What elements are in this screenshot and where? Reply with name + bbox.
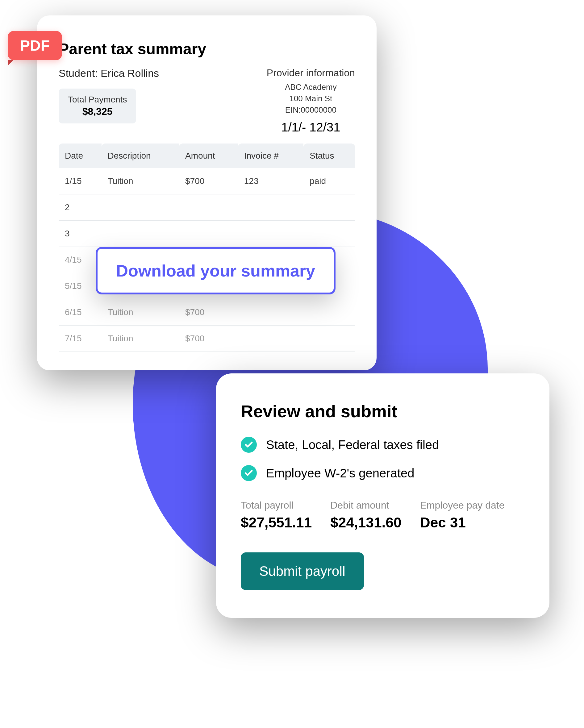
provider-name: ABC Academy [267,82,355,92]
provider-info-title: Provider information [267,67,355,79]
cell-invoice [238,194,303,220]
cell-date: 5/15 [59,273,102,300]
stat-label: Debit amount [330,500,401,511]
student-label: Student: [59,67,98,79]
stat-label: Employee pay date [420,500,504,511]
cell-invoice [238,300,303,326]
cell-amount: $700 [179,168,238,194]
stat-label: Total payroll [241,500,312,511]
review-title: Review and submit [241,401,525,421]
cell-description: Tuition [102,168,179,194]
stat-pay-date: Employee pay date Dec 31 [420,500,504,531]
cell-description: Tuition [102,326,179,352]
student-name: Erica Rollins [101,67,159,79]
checkmark-icon [241,465,257,481]
col-amount: Amount [179,144,238,168]
table-row: 7/15 Tuition $700 [59,326,355,352]
total-payments-value: $8,325 [68,106,127,117]
payroll-stats: Total payroll $27,551.11 Debit amount $2… [241,500,525,531]
student-line: Student: Erica Rollins [59,67,267,79]
cell-description [102,194,179,220]
cell-status [303,194,355,220]
check-text-taxes: State, Local, Federal taxes filed [266,438,439,452]
col-status: Status [303,144,355,168]
review-submit-card: Review and submit State, Local, Federal … [216,373,550,618]
table-row: 2 [59,194,355,220]
cell-status [303,220,355,247]
stat-value: Dec 31 [420,514,504,531]
check-item-w2: Employee W-2's generated [241,465,525,481]
date-range: 1/1/- 12/31 [267,120,355,134]
cell-invoice [238,326,303,352]
download-summary-button[interactable]: Download your summary [96,247,335,294]
cell-date: 6/15 [59,300,102,326]
cell-status: paid [303,168,355,194]
stat-debit-amount: Debit amount $24,131.60 [330,500,401,531]
pdf-badge: PDF [8,31,62,60]
stat-value: $24,131.60 [330,514,401,531]
cell-status [303,326,355,352]
provider-ein: EIN:00000000 [267,105,355,115]
cell-invoice: 123 [238,168,303,194]
cell-status [303,300,355,326]
cell-description: Tuition [102,300,179,326]
tax-summary-title: Parent tax summary [59,40,355,58]
cell-description [102,220,179,247]
cell-amount: $700 [179,300,238,326]
stat-total-payroll: Total payroll $27,551.11 [241,500,312,531]
tax-summary-card: Parent tax summary Student: Erica Rollin… [37,16,377,370]
cell-amount [179,220,238,247]
table-row: 3 [59,220,355,247]
stat-value: $27,551.11 [241,514,312,531]
cell-invoice [238,220,303,247]
col-invoice: Invoice # [238,144,303,168]
table-row: 1/15 Tuition $700 123 paid [59,168,355,194]
table-header-row: Date Description Amount Invoice # Status [59,144,355,168]
total-payments-label: Total Payments [68,95,127,105]
cell-date: 4/15 [59,247,102,273]
total-payments-box: Total Payments $8,325 [59,88,136,124]
cell-date: 3 [59,220,102,247]
table-row: 6/15 Tuition $700 [59,300,355,326]
check-text-w2: Employee W-2's generated [266,466,414,480]
col-description: Description [102,144,179,168]
cell-amount [179,194,238,220]
cell-date: 2 [59,194,102,220]
checkmark-icon [241,437,257,453]
cell-date: 7/15 [59,326,102,352]
provider-address: 100 Main St [267,94,355,103]
submit-payroll-button[interactable]: Submit payroll [241,552,364,590]
cell-date: 1/15 [59,168,102,194]
col-date: Date [59,144,102,168]
check-item-taxes: State, Local, Federal taxes filed [241,437,525,453]
cell-amount: $700 [179,326,238,352]
